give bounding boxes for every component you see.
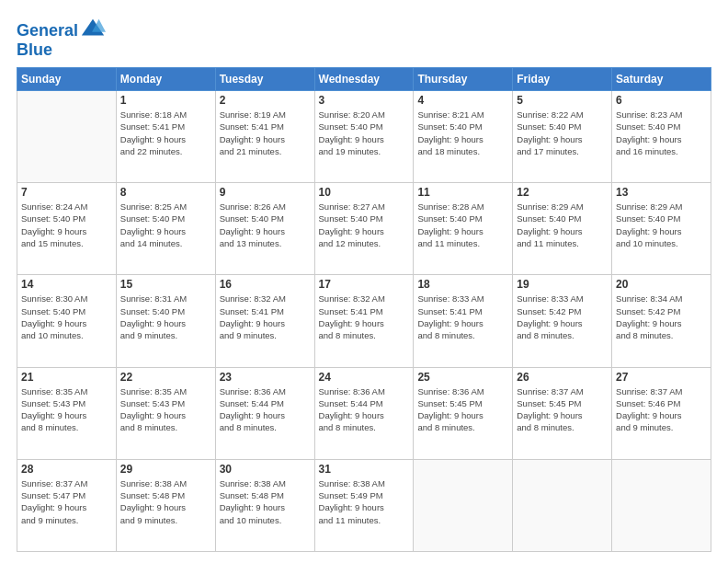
day-info: Sunrise: 8:32 AMSunset: 5:41 PMDaylight:… (319, 293, 410, 341)
calendar-cell: 25Sunrise: 8:36 AMSunset: 5:45 PMDayligh… (414, 367, 513, 459)
daylight-text-2: and 17 minutes. (517, 145, 608, 157)
day-number: 6 (616, 94, 707, 107)
sunset-text: Sunset: 5:40 PM (517, 121, 608, 132)
daylight-text: Daylight: 9 hours (417, 317, 508, 329)
sunset-text: Sunset: 5:40 PM (21, 213, 112, 224)
daylight-text-2: and 9 minutes. (220, 329, 311, 341)
sunset-text: Sunset: 5:40 PM (120, 213, 211, 224)
sunrise-text: Sunrise: 8:33 AM (417, 293, 508, 304)
sunset-text: Sunset: 5:41 PM (220, 121, 311, 132)
sunrise-text: Sunrise: 8:23 AM (616, 109, 707, 121)
daylight-text: Daylight: 9 hours (319, 409, 410, 421)
day-number: 18 (417, 278, 508, 291)
daylight-text: Daylight: 9 hours (120, 501, 211, 513)
day-number: 9 (220, 186, 311, 199)
daylight-text: Daylight: 9 hours (616, 225, 707, 237)
daylight-text: Daylight: 9 hours (220, 225, 311, 237)
daylight-text: Daylight: 9 hours (120, 133, 211, 145)
daylight-text-2: and 8 minutes. (417, 421, 508, 433)
calendar-cell: 28Sunrise: 8:37 AMSunset: 5:47 PMDayligh… (17, 459, 117, 551)
calendar-cell: 18Sunrise: 8:33 AMSunset: 5:41 PMDayligh… (414, 275, 513, 367)
calendar-cell: 20Sunrise: 8:34 AMSunset: 5:42 PMDayligh… (612, 275, 711, 367)
day-info: Sunrise: 8:36 AMSunset: 5:45 PMDaylight:… (417, 385, 508, 434)
day-info: Sunrise: 8:29 AMSunset: 5:40 PMDaylight:… (517, 201, 608, 249)
sunrise-text: Sunrise: 8:32 AM (220, 293, 311, 304)
calendar-cell (17, 91, 117, 183)
calendar-cell: 8Sunrise: 8:25 AMSunset: 5:40 PMDaylight… (116, 183, 215, 275)
sunset-text: Sunset: 5:40 PM (319, 213, 410, 224)
sunrise-text: Sunrise: 8:37 AM (616, 385, 707, 397)
sunset-text: Sunset: 5:40 PM (417, 213, 508, 224)
day-number: 2 (220, 94, 311, 107)
calendar-cell: 31Sunrise: 8:38 AMSunset: 5:49 PMDayligh… (314, 459, 414, 551)
sunset-text: Sunset: 5:45 PM (417, 397, 508, 409)
calendar-cell: 19Sunrise: 8:33 AMSunset: 5:42 PMDayligh… (513, 275, 612, 367)
sunrise-text: Sunrise: 8:20 AM (319, 109, 410, 121)
sunrise-text: Sunrise: 8:22 AM (517, 109, 608, 121)
day-number: 21 (21, 371, 112, 384)
daylight-text: Daylight: 9 hours (517, 317, 608, 329)
day-number: 22 (120, 371, 211, 384)
sunset-text: Sunset: 5:40 PM (220, 213, 311, 224)
calendar-cell: 26Sunrise: 8:37 AMSunset: 5:45 PMDayligh… (513, 367, 612, 459)
daylight-text-2: and 22 minutes. (120, 145, 211, 157)
calendar-cell (612, 459, 711, 551)
day-info: Sunrise: 8:30 AMSunset: 5:40 PMDaylight:… (21, 293, 112, 341)
day-info: Sunrise: 8:26 AMSunset: 5:40 PMDaylight:… (220, 201, 311, 249)
calendar-cell: 14Sunrise: 8:30 AMSunset: 5:40 PMDayligh… (17, 275, 117, 367)
sunrise-text: Sunrise: 8:34 AM (616, 293, 707, 304)
sunrise-text: Sunrise: 8:32 AM (319, 293, 410, 304)
calendar-cell: 5Sunrise: 8:22 AMSunset: 5:40 PMDaylight… (513, 91, 612, 183)
sunrise-text: Sunrise: 8:38 AM (120, 477, 211, 489)
day-info: Sunrise: 8:36 AMSunset: 5:44 PMDaylight:… (319, 385, 410, 434)
daylight-text-2: and 9 minutes. (21, 514, 112, 526)
sunrise-text: Sunrise: 8:38 AM (319, 477, 410, 489)
daylight-text: Daylight: 9 hours (517, 409, 608, 421)
daylight-text: Daylight: 9 hours (517, 225, 608, 237)
sunset-text: Sunset: 5:40 PM (616, 121, 707, 132)
daylight-text-2: and 10 minutes. (616, 237, 707, 249)
sunset-text: Sunset: 5:48 PM (120, 489, 211, 501)
sunrise-text: Sunrise: 8:26 AM (220, 201, 311, 213)
calendar-cell: 17Sunrise: 8:32 AMSunset: 5:41 PMDayligh… (314, 275, 414, 367)
sunrise-text: Sunrise: 8:31 AM (120, 293, 211, 304)
sunrise-text: Sunrise: 8:37 AM (517, 385, 608, 397)
sunrise-text: Sunrise: 8:25 AM (120, 201, 211, 213)
sunset-text: Sunset: 5:44 PM (220, 397, 311, 409)
daylight-text: Daylight: 9 hours (319, 317, 410, 329)
calendar-cell: 27Sunrise: 8:37 AMSunset: 5:46 PMDayligh… (612, 367, 711, 459)
day-number: 4 (417, 94, 508, 107)
daylight-text-2: and 8 minutes. (417, 329, 508, 341)
calendar-cell: 1Sunrise: 8:18 AMSunset: 5:41 PMDaylight… (116, 91, 215, 183)
sunrise-text: Sunrise: 8:36 AM (319, 385, 410, 397)
day-info: Sunrise: 8:27 AMSunset: 5:40 PMDaylight:… (319, 201, 410, 249)
weekday-header-friday: Friday (513, 68, 612, 91)
header: General Blue (17, 15, 711, 60)
calendar-cell: 9Sunrise: 8:26 AMSunset: 5:40 PMDaylight… (215, 183, 314, 275)
day-number: 23 (220, 371, 311, 384)
day-info: Sunrise: 8:35 AMSunset: 5:43 PMDaylight:… (120, 385, 211, 434)
day-info: Sunrise: 8:25 AMSunset: 5:40 PMDaylight:… (120, 201, 211, 249)
daylight-text-2: and 8 minutes. (319, 329, 410, 341)
day-info: Sunrise: 8:23 AMSunset: 5:40 PMDaylight:… (616, 109, 707, 157)
day-info: Sunrise: 8:35 AMSunset: 5:43 PMDaylight:… (21, 385, 112, 434)
sunrise-text: Sunrise: 8:36 AM (417, 385, 508, 397)
daylight-text: Daylight: 9 hours (21, 225, 112, 237)
day-info: Sunrise: 8:33 AMSunset: 5:42 PMDaylight:… (517, 293, 608, 341)
sunrise-text: Sunrise: 8:21 AM (417, 109, 508, 121)
calendar-cell: 3Sunrise: 8:20 AMSunset: 5:40 PMDaylight… (314, 91, 414, 183)
calendar-cell: 29Sunrise: 8:38 AMSunset: 5:48 PMDayligh… (116, 459, 215, 551)
daylight-text: Daylight: 9 hours (220, 409, 311, 421)
day-number: 16 (220, 278, 311, 291)
sunset-text: Sunset: 5:45 PM (517, 397, 608, 409)
day-info: Sunrise: 8:34 AMSunset: 5:42 PMDaylight:… (616, 293, 707, 341)
day-number: 29 (120, 463, 211, 476)
calendar-cell: 23Sunrise: 8:36 AMSunset: 5:44 PMDayligh… (215, 367, 314, 459)
calendar-cell: 13Sunrise: 8:29 AMSunset: 5:40 PMDayligh… (612, 183, 711, 275)
sunset-text: Sunset: 5:41 PM (319, 305, 410, 317)
sunset-text: Sunset: 5:43 PM (21, 397, 112, 409)
sunset-text: Sunset: 5:41 PM (417, 305, 508, 317)
sunset-text: Sunset: 5:42 PM (616, 305, 707, 317)
daylight-text-2: and 11 minutes. (417, 237, 508, 249)
day-info: Sunrise: 8:38 AMSunset: 5:48 PMDaylight:… (220, 477, 311, 526)
